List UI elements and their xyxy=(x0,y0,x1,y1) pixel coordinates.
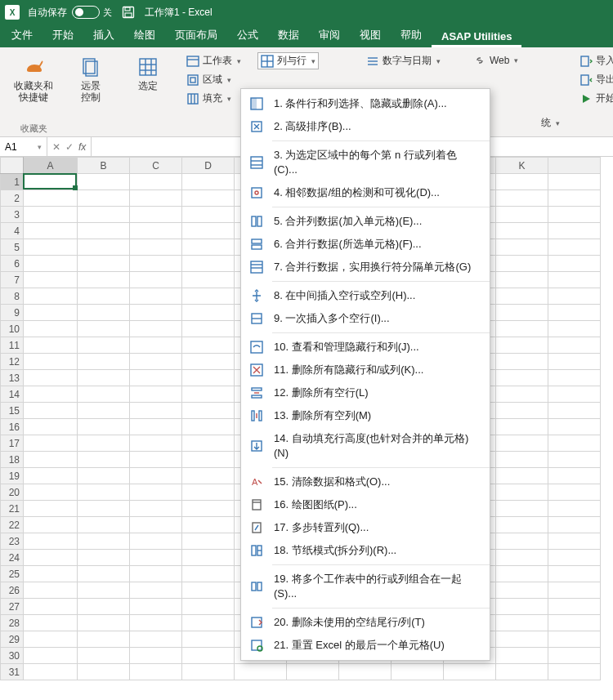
cell[interactable] xyxy=(130,468,182,484)
cell[interactable] xyxy=(548,501,601,517)
cell[interactable] xyxy=(78,288,130,305)
cell[interactable] xyxy=(182,582,235,599)
cell[interactable] xyxy=(78,256,130,272)
cell[interactable] xyxy=(24,370,78,386)
row-header[interactable]: 12 xyxy=(1,354,24,370)
cell[interactable] xyxy=(130,419,182,435)
cell[interactable] xyxy=(496,190,548,207)
cell[interactable] xyxy=(78,599,130,615)
row-header[interactable]: 10 xyxy=(1,321,24,337)
cell[interactable] xyxy=(548,582,601,599)
menu-item[interactable]: 5. 合并列数据(加入单元格)(E)... xyxy=(241,210,490,233)
cell[interactable] xyxy=(24,484,78,501)
cell[interactable] xyxy=(78,484,130,501)
cell[interactable] xyxy=(182,370,235,386)
cell[interactable] xyxy=(24,550,78,566)
menu-item[interactable]: 6. 合并行数据(所选单元格)(F)... xyxy=(241,233,490,256)
cell[interactable] xyxy=(24,354,78,370)
cell[interactable] xyxy=(182,664,235,680)
cell[interactable] xyxy=(182,435,235,452)
cell[interactable] xyxy=(130,452,182,468)
column-header[interactable]: D xyxy=(182,158,235,174)
cell[interactable] xyxy=(130,321,182,337)
cell[interactable] xyxy=(182,631,235,648)
cell[interactable] xyxy=(130,550,182,566)
cell[interactable] xyxy=(78,615,130,631)
cell[interactable] xyxy=(182,615,235,631)
menu-item[interactable]: 11. 删除所有隐藏行和/或列(K)... xyxy=(241,359,490,381)
fill-menu[interactable]: 填充 ▾ xyxy=(183,90,244,107)
cell[interactable] xyxy=(496,223,548,239)
cell[interactable] xyxy=(78,566,130,582)
cell[interactable] xyxy=(130,648,182,664)
cell[interactable] xyxy=(24,272,78,288)
name-box[interactable]: A1 ▾ xyxy=(0,137,47,156)
cell[interactable] xyxy=(130,664,182,680)
cell[interactable] xyxy=(548,223,601,239)
cell[interactable] xyxy=(130,582,182,599)
cell[interactable] xyxy=(78,272,130,288)
cell[interactable] xyxy=(548,452,601,468)
cell[interactable] xyxy=(24,599,78,615)
ribbon-tab[interactable]: 视图 xyxy=(350,23,391,47)
cell[interactable] xyxy=(24,468,78,484)
cell[interactable] xyxy=(182,321,235,337)
menu-item[interactable]: 4. 相邻数据/组的检测和可视化(D)... xyxy=(241,181,490,204)
cell[interactable] xyxy=(78,501,130,517)
menu-item[interactable]: 9. 一次插入多个空行(I)... xyxy=(241,307,490,330)
menu-item[interactable]: 12. 删除所有空行(L) xyxy=(241,381,490,404)
cell[interactable] xyxy=(24,501,78,517)
cell[interactable] xyxy=(548,403,601,419)
cell[interactable] xyxy=(392,664,444,680)
cell[interactable] xyxy=(78,435,130,452)
cell[interactable] xyxy=(182,648,235,664)
cell[interactable] xyxy=(496,582,548,599)
ribbon-tab[interactable]: 插入 xyxy=(83,23,124,47)
cell[interactable] xyxy=(182,452,235,468)
cell[interactable] xyxy=(496,403,548,419)
cell[interactable] xyxy=(130,403,182,419)
row-header[interactable]: 25 xyxy=(1,566,24,582)
cell[interactable] xyxy=(548,354,601,370)
cell[interactable] xyxy=(78,403,130,419)
cell[interactable] xyxy=(78,452,130,468)
cell[interactable] xyxy=(24,664,78,680)
cell[interactable] xyxy=(496,321,548,337)
menu-item[interactable]: 16. 绘图图纸(P)... xyxy=(241,493,490,516)
cell[interactable] xyxy=(182,288,235,305)
cell[interactable] xyxy=(548,207,601,223)
cell[interactable] xyxy=(496,435,548,452)
cell[interactable] xyxy=(548,599,601,615)
cell[interactable] xyxy=(496,517,548,533)
cell[interactable] xyxy=(548,190,601,207)
cell[interactable] xyxy=(130,599,182,615)
cell[interactable] xyxy=(78,550,130,566)
row-header[interactable]: 18 xyxy=(1,452,24,468)
cell[interactable] xyxy=(182,484,235,501)
menu-item[interactable]: 19. 将多个工作表中的行或列组合在一起(S)... xyxy=(241,568,490,605)
favorites-button[interactable]: 收藏夹和 快捷键 xyxy=(11,52,56,106)
row-header[interactable]: 26 xyxy=(1,582,24,599)
menu-item[interactable]: 1. 条件行和列选择、隐藏或删除(A)... xyxy=(241,92,490,115)
cell[interactable] xyxy=(24,223,78,239)
cell[interactable] xyxy=(130,517,182,533)
cell[interactable] xyxy=(182,256,235,272)
ribbon-tab[interactable]: 公式 xyxy=(227,23,268,47)
cell[interactable] xyxy=(24,615,78,631)
cell[interactable] xyxy=(130,305,182,321)
cell[interactable] xyxy=(78,631,130,648)
cell[interactable] xyxy=(548,615,601,631)
cell[interactable] xyxy=(548,419,601,435)
column-header[interactable]: A xyxy=(24,158,78,174)
cell[interactable] xyxy=(130,631,182,648)
cell[interactable] xyxy=(24,174,78,190)
select-button[interactable]: 选定 xyxy=(126,52,170,95)
row-header[interactable]: 16 xyxy=(1,419,24,435)
row-header[interactable]: 24 xyxy=(1,550,24,566)
cell[interactable] xyxy=(130,370,182,386)
cell[interactable] xyxy=(24,631,78,648)
cell[interactable] xyxy=(496,501,548,517)
cell[interactable] xyxy=(496,468,548,484)
cell[interactable] xyxy=(496,631,548,648)
cell[interactable] xyxy=(548,321,601,337)
